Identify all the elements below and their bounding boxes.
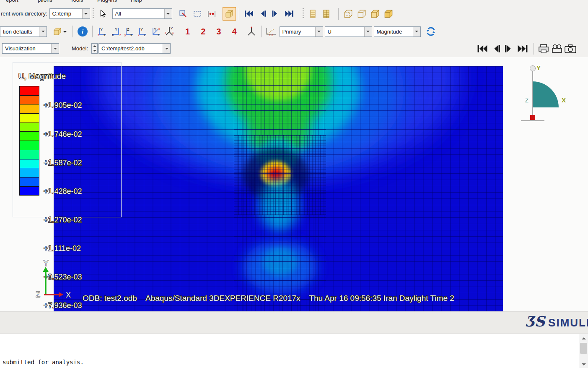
compass-pole[interactable] <box>530 66 536 71</box>
contour-legend: U, Magnitude +1.905e-02 +1.746e-02 +1.58… <box>13 62 122 217</box>
view-bottom-button[interactable]: Yzx <box>136 25 149 38</box>
menu-report[interactable]: eport <box>6 0 18 3</box>
menu-plugins[interactable]: Plug-ins <box>97 0 117 3</box>
view-preset-3-button[interactable]: 3 <box>216 27 221 37</box>
chevron-down-icon[interactable] <box>39 27 47 37</box>
first-frame-button[interactable] <box>242 7 256 21</box>
filled-render-button[interactable] <box>382 7 395 21</box>
chevron-down-icon[interactable] <box>163 44 170 53</box>
view-back-button[interactable]: Yxz <box>109 25 122 38</box>
nodes-icon <box>207 9 216 18</box>
view-compass[interactable]: Y X Z <box>521 62 569 131</box>
view-iso-button[interactable]: Yzx <box>163 25 176 38</box>
svg-text:z: z <box>98 34 99 37</box>
rubberband-select-button[interactable] <box>191 7 204 21</box>
filled-cube-icon <box>370 9 380 19</box>
node-markers-button[interactable] <box>205 7 218 21</box>
wireframe-cube-icon <box>343 9 353 19</box>
anim-first-button[interactable] <box>476 42 489 55</box>
view-preset-4-button[interactable]: 4 <box>232 27 236 37</box>
anim-next-button[interactable] <box>503 42 516 55</box>
toolbar-grip[interactable] <box>93 8 94 19</box>
compass-origin[interactable] <box>530 115 535 120</box>
angle-measure-button[interactable]: 110 <box>264 25 278 38</box>
chevron-down-icon[interactable] <box>413 27 420 37</box>
field-position-combo[interactable]: Primary <box>280 26 323 37</box>
toolbar-top: rent work directory: C:\temp All <box>0 4 588 23</box>
legend-swatches <box>19 86 39 196</box>
view-left-icon: Yzx <box>150 26 161 37</box>
menu-tools[interactable]: Tools <box>70 0 83 3</box>
view-top-button[interactable]: Zxy <box>122 25 136 38</box>
snapshot-button[interactable] <box>564 42 577 55</box>
view-preset-1-button[interactable]: 1 <box>185 27 190 37</box>
field-position-value: Primary <box>280 29 315 35</box>
last-frame-button[interactable] <box>282 7 296 21</box>
previous-frame-icon <box>259 10 266 17</box>
probe-button[interactable] <box>176 7 190 21</box>
scroll-up-button[interactable] <box>579 334 588 342</box>
odb-combo[interactable]: C:/temp/test2.odb <box>98 43 171 54</box>
view-bottom-icon: Yzx <box>137 26 148 37</box>
chevron-down-icon[interactable] <box>51 44 59 53</box>
arrow-up-icon <box>582 335 586 339</box>
invariant-combo[interactable]: Magnitude <box>374 26 421 37</box>
menu-options[interactable]: ptions <box>38 0 52 3</box>
work-directory-combo[interactable]: C:\temp <box>49 8 90 19</box>
info-button[interactable] <box>76 25 89 38</box>
anim-last-button[interactable] <box>516 42 529 55</box>
wireframe-render-button[interactable] <box>342 7 355 21</box>
chevron-down-icon[interactable] <box>82 9 90 18</box>
select-cursor-button[interactable] <box>96 7 110 21</box>
legend-swatch <box>19 95 39 105</box>
view-preset-2-button[interactable]: 2 <box>201 27 205 37</box>
message-scrollbar[interactable] <box>579 334 588 368</box>
svg-text:x: x <box>104 33 106 37</box>
chevron-down-icon[interactable] <box>315 27 323 37</box>
odb-refresh-spinner[interactable] <box>91 43 98 54</box>
view-iso-icon: Yzx <box>164 26 175 37</box>
svg-text:x: x <box>130 33 132 37</box>
shaded-render-button[interactable] <box>223 7 236 21</box>
compass-fan[interactable] <box>533 81 559 107</box>
svg-text:Y: Y <box>140 27 143 31</box>
chevron-down-icon[interactable] <box>164 9 172 18</box>
legend-title: U, Magnitude <box>18 72 66 81</box>
legend-value: +1.270e-02 <box>44 215 84 225</box>
separator <box>534 43 534 55</box>
selection-scope-combo[interactable]: All <box>112 8 172 19</box>
scrollbar-thumb[interactable] <box>580 343 587 354</box>
svg-text:110: 110 <box>269 34 273 37</box>
record-animation-button[interactable] <box>550 42 564 55</box>
edit-field-output-button[interactable] <box>320 7 333 21</box>
anim-previous-button[interactable] <box>489 42 503 55</box>
toolbar-grip[interactable] <box>303 8 304 19</box>
view-cut-button[interactable] <box>49 25 70 38</box>
custom-view-button[interactable] <box>245 25 258 38</box>
create-field-output-button[interactable] <box>306 7 320 21</box>
last-frame-icon <box>517 44 528 53</box>
triad-y-label: Y <box>43 258 49 268</box>
shaded2-render-button[interactable] <box>368 7 382 21</box>
next-frame-button[interactable] <box>269 7 282 21</box>
legend-swatch <box>19 113 39 123</box>
probe-icon <box>179 9 188 18</box>
defaults-combo[interactable]: tion defaults <box>0 26 47 37</box>
module-combo[interactable]: Visualization <box>2 43 59 54</box>
print-button[interactable] <box>537 42 550 55</box>
view-left-button[interactable]: Yzx <box>149 25 163 38</box>
separator <box>239 8 239 20</box>
field-variable-value: U <box>325 29 364 35</box>
simulia-wordmark: SIMULIA <box>548 316 588 329</box>
hiddenline-render-button[interactable] <box>355 7 368 21</box>
field-variable-combo[interactable]: U <box>325 26 372 37</box>
refresh-plot-button[interactable] <box>424 25 438 38</box>
view-front-button[interactable]: Yxz <box>96 25 109 38</box>
menu-help[interactable]: Help <box>131 0 142 3</box>
scroll-down-button[interactable] <box>579 360 588 368</box>
cube-icon <box>53 27 62 36</box>
legend-swatch <box>19 141 39 150</box>
chevron-down-icon[interactable] <box>364 27 372 37</box>
previous-frame-button[interactable] <box>256 7 269 21</box>
chevron-down-icon[interactable] <box>63 31 67 34</box>
